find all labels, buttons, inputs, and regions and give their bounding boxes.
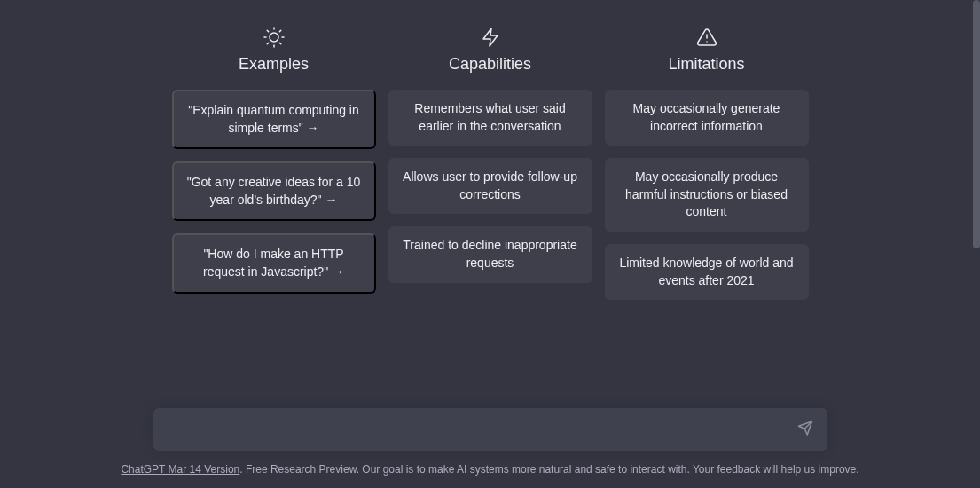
example-card-3[interactable]: "How do I make an HTTP request in Javasc… [172, 233, 376, 293]
svg-point-0 [270, 33, 278, 42]
svg-line-8 [279, 30, 280, 31]
limitation-card-3: Limited knowledge of world and events af… [605, 244, 809, 300]
limitation-card-1: May occasionally generate incorrect info… [605, 90, 809, 146]
svg-line-4 [279, 43, 280, 43]
version-link[interactable]: ChatGPT Mar 14 Version [121, 463, 239, 476]
limitation-card-2: May occasionally produce harmful instruc… [605, 158, 809, 232]
sun-icon [263, 27, 285, 48]
scrollbar[interactable] [973, 0, 980, 488]
examples-title: Examples [239, 55, 309, 74]
warning-icon [696, 27, 717, 48]
limitations-title: Limitations [668, 55, 744, 74]
bottom-area: ChatGPT Mar 14 Version. Free Research Pr… [0, 408, 980, 488]
message-input-container [153, 408, 827, 451]
scrollbar-thumb[interactable] [973, 0, 980, 248]
limitations-column: Limitations May occasionally generate in… [605, 27, 809, 312]
lightning-icon [480, 27, 501, 48]
send-button[interactable] [794, 417, 817, 443]
example-card-1[interactable]: "Explain quantum computing in simple ter… [172, 90, 376, 149]
capabilities-title: Capabilities [449, 55, 531, 74]
capabilities-column: Capabilities Remembers what user said ea… [388, 27, 592, 312]
svg-line-7 [267, 43, 268, 43]
footer-text: ChatGPT Mar 14 Version. Free Research Pr… [121, 463, 858, 476]
examples-column: Examples "Explain quantum computing in s… [172, 27, 376, 312]
send-icon [797, 421, 813, 439]
capability-card-3: Trained to decline inappropriate request… [388, 226, 592, 282]
footer-disclaimer: . Free Research Preview. Our goal is to … [239, 463, 858, 476]
message-input[interactable] [168, 422, 785, 437]
feature-columns: Examples "Explain quantum computing in s… [172, 27, 809, 312]
svg-line-3 [267, 30, 268, 31]
capability-card-2: Allows user to provide follow-up correct… [388, 158, 592, 214]
example-card-2[interactable]: "Got any creative ideas for a 10 year ol… [172, 161, 376, 221]
main-content: Examples "Explain quantum computing in s… [0, 0, 980, 488]
capability-card-1: Remembers what user said earlier in the … [388, 90, 592, 146]
